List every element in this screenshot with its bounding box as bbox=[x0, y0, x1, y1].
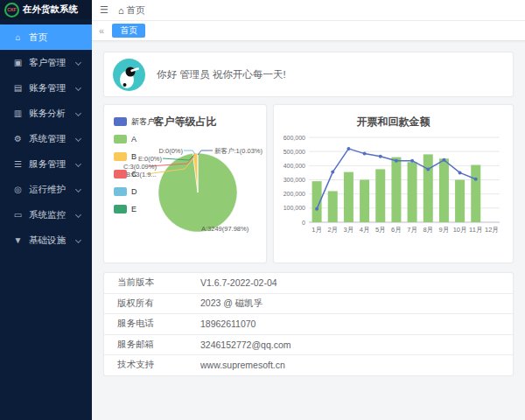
charts-row: 客户等级占比 新客户ABCDE 新客户:1(0.03%)A:3249(97.98… bbox=[103, 104, 514, 263]
tab-home[interactable]: 首页 bbox=[112, 24, 145, 38]
app-title: 在外货款系统 bbox=[23, 4, 78, 16]
bar bbox=[424, 154, 433, 222]
sidebar-item-home[interactable]: ⌂首页 bbox=[0, 24, 92, 50]
sidebar-item-label: 首页 bbox=[29, 32, 47, 44]
app-root: CKF 在外货款系统 ⌂首页▣客户管理▤账务管理▥账务分析⚙系统管理☰服务管理◎… bbox=[0, 0, 525, 420]
sidebar-item-label: 基础设施 bbox=[29, 234, 66, 247]
legend-item-新客户[interactable]: 新客户 bbox=[114, 113, 155, 130]
sidebar-item-label: 账务分析 bbox=[29, 108, 66, 120]
info-label: 服务电话 bbox=[104, 318, 200, 330]
pie-label-A: A:3249(97.98%) bbox=[201, 225, 249, 233]
legend-label: B bbox=[131, 152, 136, 161]
sidebar-item-label: 系统监控 bbox=[29, 209, 66, 221]
monitor-chart-icon: ▥ bbox=[11, 108, 24, 118]
info-value: V1.6.7-2022-02-04 bbox=[200, 277, 513, 288]
bar bbox=[471, 165, 480, 222]
legend-swatch bbox=[114, 152, 127, 161]
sidebar: CKF 在外货款系统 ⌂首页▣客户管理▤账务管理▥账务分析⚙系统管理☰服务管理◎… bbox=[0, 0, 92, 420]
x-tick-label: 11月 bbox=[469, 226, 482, 234]
x-tick-label: 5月 bbox=[375, 226, 386, 234]
collapse-left-icon[interactable]: « bbox=[99, 25, 104, 36]
bar-chart-title: 开票和回款金额 bbox=[274, 115, 513, 130]
document-icon: ▤ bbox=[11, 83, 24, 93]
home-icon: ⌂ bbox=[11, 32, 24, 42]
bar bbox=[375, 169, 385, 222]
sidebar-item-customer[interactable]: ▣客户管理 bbox=[0, 50, 92, 75]
sidebar-item-analysis[interactable]: ▥账务分析 bbox=[0, 101, 92, 126]
sidebar-item-monitoring[interactable]: ▭系统监控 bbox=[0, 202, 92, 228]
info-label: 技术支持 bbox=[104, 359, 200, 371]
info-row: 服务电话18962611070 bbox=[104, 314, 513, 335]
sidebar-item-label: 服务管理 bbox=[29, 158, 66, 171]
logo[interactable]: CKF 在外货款系统 bbox=[0, 0, 92, 19]
sidebar-item-label: 客户管理 bbox=[29, 57, 66, 69]
tags-bar: « 首页 bbox=[92, 21, 525, 41]
breadcrumb[interactable]: ⌂ 首页 bbox=[118, 4, 145, 17]
y-tick-label: 300,000 bbox=[284, 177, 305, 183]
x-tick-label: 8月 bbox=[423, 226, 433, 234]
sidebar-item-label: 运行维护 bbox=[29, 184, 66, 196]
bar bbox=[455, 180, 465, 223]
hamburger-icon[interactable]: ☰ bbox=[100, 4, 108, 16]
y-tick-label: 100,000 bbox=[284, 205, 305, 211]
bar bbox=[360, 180, 369, 223]
legend-item-A[interactable]: A bbox=[114, 130, 155, 148]
line-point bbox=[395, 159, 398, 163]
x-tick-label: 4月 bbox=[360, 226, 370, 234]
system-info-card: 当前版本V1.6.7-2022-02-04版权所有2023 @ 磁凯孚服务电话1… bbox=[103, 272, 514, 376]
legend-item-E[interactable]: E bbox=[114, 200, 155, 218]
sidebar-item-maintenance[interactable]: ◎运行维护 bbox=[0, 177, 92, 202]
info-row: 当前版本V1.6.7-2022-02-04 bbox=[104, 273, 513, 294]
legend-swatch bbox=[114, 170, 127, 178]
bar bbox=[439, 158, 449, 222]
line-point bbox=[315, 207, 318, 211]
y-tick-label: 500,000 bbox=[284, 149, 305, 155]
chevron-down-icon bbox=[75, 85, 81, 91]
greeting-text: 你好 管理员 祝你开心每一天! bbox=[157, 68, 286, 81]
legend-label: D bbox=[131, 187, 137, 196]
sidebar-item-service[interactable]: ☰服务管理 bbox=[0, 151, 92, 177]
x-tick-label: 3月 bbox=[344, 226, 354, 234]
y-tick-label: 600,000 bbox=[284, 135, 305, 141]
sidebar-menu: ⌂首页▣客户管理▤账务管理▥账务分析⚙系统管理☰服务管理◎运行维护▭系统监控▼基… bbox=[0, 19, 92, 253]
line-point bbox=[442, 158, 445, 162]
server-list-icon: ☰ bbox=[11, 159, 24, 169]
breadcrumb-label: 首页 bbox=[127, 4, 145, 17]
y-tick-label: 200,000 bbox=[284, 191, 305, 197]
greeting-card: 你好 管理员 祝你开心每一天! bbox=[103, 52, 514, 97]
legend-item-B[interactable]: B bbox=[114, 148, 155, 165]
bar-line-chart-card: 开票和回款金额 0100,000200,000300,000400,000500… bbox=[273, 104, 514, 263]
info-label: 版权所有 bbox=[104, 298, 200, 310]
main-area: ☰ ⌂ 首页 « 首页 你好 管理员 祝你开心每一天! bbox=[92, 0, 525, 420]
line-point bbox=[426, 167, 430, 171]
x-tick-label: 12月 bbox=[485, 226, 499, 234]
chevron-down-icon bbox=[75, 161, 81, 167]
chevron-down-icon bbox=[75, 237, 81, 243]
home-icon: ⌂ bbox=[118, 5, 124, 16]
info-row: 技术支持www.supremesoft.cn bbox=[104, 355, 513, 375]
chevron-down-icon bbox=[75, 110, 81, 116]
funnel-icon: ▼ bbox=[11, 235, 24, 245]
chevron-down-icon bbox=[75, 60, 81, 66]
info-value: 3246152772@qq.com bbox=[200, 340, 513, 350]
gear-icon: ⚙ bbox=[11, 134, 24, 144]
line-point bbox=[331, 171, 334, 174]
x-tick-label: 1月 bbox=[312, 226, 322, 234]
bar bbox=[391, 158, 401, 222]
legend-swatch bbox=[114, 205, 127, 214]
sidebar-item-system[interactable]: ⚙系统管理 bbox=[0, 126, 92, 151]
sidebar-item-finance[interactable]: ▤账务管理 bbox=[0, 75, 92, 101]
content: 你好 管理员 祝你开心每一天! 客户等级占比 新客户ABCDE 新客户:1(0.… bbox=[92, 41, 525, 420]
pie-label-D: D:0(0%) bbox=[158, 147, 183, 155]
chevron-down-icon bbox=[75, 136, 81, 142]
legend-item-C[interactable]: C bbox=[114, 165, 155, 183]
bar bbox=[408, 162, 417, 222]
x-tick-label: 2月 bbox=[327, 226, 338, 234]
x-tick-label: 6月 bbox=[391, 226, 402, 234]
pie-legend: 新客户ABCDE bbox=[114, 113, 155, 218]
legend-item-D[interactable]: D bbox=[114, 183, 155, 200]
info-label: 服务邮箱 bbox=[104, 339, 200, 351]
sidebar-item-infrastructure[interactable]: ▼基础设施 bbox=[0, 228, 92, 253]
operation-icon: ◎ bbox=[11, 185, 24, 194]
screen-icon: ▭ bbox=[11, 210, 24, 220]
